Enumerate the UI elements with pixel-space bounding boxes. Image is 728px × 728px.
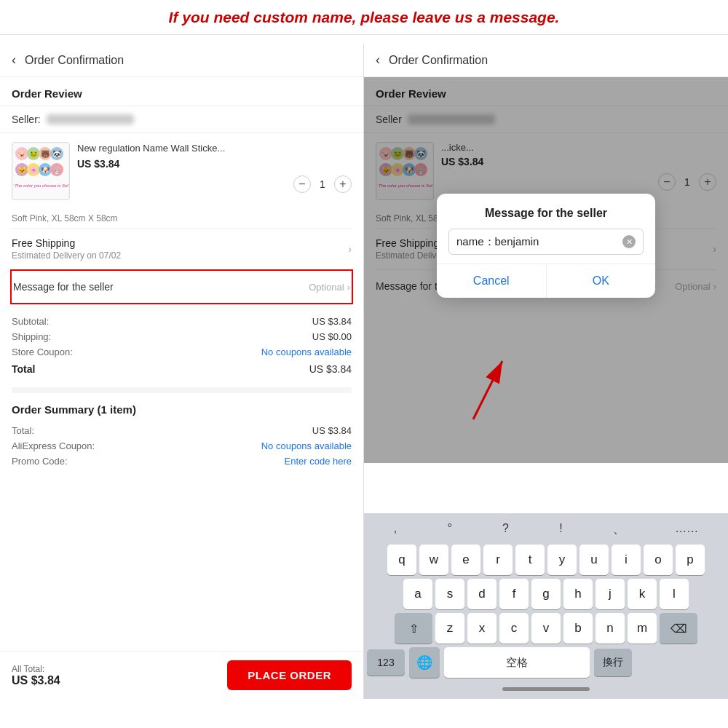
key-c[interactable]: c xyxy=(499,613,529,644)
left-price-summary: Subtotal: US $3.84 Shipping: US $0.00 St… xyxy=(12,304,352,387)
right-back-button[interactable]: ‹ xyxy=(376,52,380,68)
left-seller-label: Seller: xyxy=(12,114,41,125)
left-bottom-bar: All Total: US $3.84 PLACE ORDER xyxy=(0,651,363,699)
left-os-ae-coupon-label: AliExpress Coupon: xyxy=(12,440,95,451)
key-kana[interactable]: 換行 xyxy=(594,649,632,676)
svg-text:🐸: 🐸 xyxy=(29,149,39,159)
dialog-cancel-button[interactable]: Cancel xyxy=(437,264,547,298)
place-order-button[interactable]: PLACE ORDER xyxy=(227,660,352,690)
svg-text:Hello! The color you choose is: Hello! The color you choose is Soft Pink xyxy=(13,183,68,188)
key-question[interactable]: ? xyxy=(496,519,515,540)
key-comma[interactable]: , xyxy=(388,519,403,540)
home-indicator xyxy=(367,681,725,696)
dialog-input-wrap: ✕ xyxy=(448,229,644,255)
key-globe[interactable]: 🌐 xyxy=(409,647,440,678)
key-v[interactable]: v xyxy=(531,613,561,644)
left-os-total-label: Total: xyxy=(12,425,34,436)
left-shipping-title: Free Shipping xyxy=(12,237,121,249)
key-exclaim[interactable]: ! xyxy=(553,519,568,540)
key-q[interactable]: q xyxy=(387,545,416,575)
left-content: Order Review Seller: 🐷 🐸 xyxy=(0,77,363,651)
left-seller-row: Seller: xyxy=(12,106,352,132)
left-shipping-value: US $0.00 xyxy=(312,331,352,342)
qty-increase-btn[interactable]: + xyxy=(334,175,352,193)
key-a[interactable]: a xyxy=(403,579,432,609)
left-message-row[interactable]: Message for the seller Optional › xyxy=(10,269,353,304)
key-r[interactable]: r xyxy=(483,545,513,575)
left-variant-text: Soft Pink, XL 58cm X 58cm xyxy=(12,209,352,228)
svg-text:🌸: 🌸 xyxy=(29,165,39,175)
key-j[interactable]: j xyxy=(596,579,625,609)
key-space[interactable]: 空格 xyxy=(444,647,590,678)
left-back-button[interactable]: ‹ xyxy=(12,52,16,68)
key-degree[interactable]: ° xyxy=(441,519,457,540)
key-h[interactable]: h xyxy=(563,579,593,609)
key-p[interactable]: p xyxy=(676,545,705,575)
key-123[interactable]: 123 xyxy=(367,649,405,676)
left-total-value: US $3.84 xyxy=(309,363,352,375)
left-shipping-label: Shipping: xyxy=(12,331,51,342)
dialog-ok-button[interactable]: OK xyxy=(547,264,656,298)
keyboard-symbol-row: , ° ? ! 、 …… xyxy=(367,518,725,545)
key-m[interactable]: m xyxy=(628,613,657,644)
qty-decrease-btn[interactable]: − xyxy=(293,175,311,193)
svg-line-37 xyxy=(473,361,502,419)
home-bar xyxy=(502,687,590,691)
key-i[interactable]: i xyxy=(612,545,641,575)
left-qty-row: − 1 + xyxy=(77,175,352,193)
left-os-promo-label: Promo Code: xyxy=(12,456,68,467)
dialog-input-row: ✕ xyxy=(437,229,655,264)
left-seller-name-blur xyxy=(47,114,134,124)
dialog-clear-button[interactable]: ✕ xyxy=(622,235,636,248)
key-n[interactable]: n xyxy=(596,613,625,644)
key-k[interactable]: k xyxy=(628,579,657,609)
key-l[interactable]: l xyxy=(660,579,689,609)
left-os-aliexpress-coupon: AliExpress Coupon: No coupons available xyxy=(12,438,352,454)
key-x[interactable]: x xyxy=(467,613,496,644)
left-order-summary-title: Order Summary (1 item) xyxy=(12,403,352,416)
left-total-info: All Total: US $3.84 xyxy=(12,664,60,687)
left-os-total: Total: US $3.84 xyxy=(12,423,352,438)
keyboard-qwerty-row: q w e r t y u i o p xyxy=(367,545,725,575)
key-b[interactable]: b xyxy=(563,613,593,644)
key-d[interactable]: d xyxy=(467,579,496,609)
key-w[interactable]: w xyxy=(419,545,448,575)
dialog-actions: Cancel OK xyxy=(437,264,655,298)
qty-value: 1 xyxy=(317,178,328,190)
left-product-image: 🐷 🐸 🐻 🐼 🐱 🌸 🐶 xyxy=(12,142,70,200)
left-os-promo-value[interactable]: Enter code here xyxy=(284,456,352,467)
left-coupon-value: No coupons available xyxy=(261,347,352,357)
red-arrow-indicator xyxy=(459,347,546,434)
svg-text:🐷: 🐷 xyxy=(17,149,27,159)
key-ellipsis[interactable]: …… xyxy=(669,519,704,540)
key-t[interactable]: t xyxy=(515,545,545,575)
left-message-label: Message for the seller xyxy=(13,281,114,293)
right-nav-bar: ‹ Order Confirmation xyxy=(364,44,728,77)
shift-key[interactable]: ⇧ xyxy=(395,613,432,644)
dialog-input-field[interactable] xyxy=(456,236,622,248)
message-dialog: Message for the seller ✕ Cancel OK xyxy=(437,194,655,298)
key-e[interactable]: e xyxy=(451,545,480,575)
backspace-key[interactable]: ⌫ xyxy=(660,613,697,644)
top-banner-text: If you need custom name, please leave us… xyxy=(169,9,560,25)
left-shipping-row[interactable]: Free Shipping Estimated Delivery on 07/0… xyxy=(12,228,352,269)
key-f[interactable]: f xyxy=(499,579,529,609)
key-jp-comma[interactable]: 、 xyxy=(607,519,630,540)
key-z[interactable]: z xyxy=(435,613,464,644)
left-price-total: Total US $3.84 xyxy=(12,360,352,379)
right-nav-title: Order Confirmation xyxy=(389,54,488,67)
key-s[interactable]: s xyxy=(435,579,464,609)
key-y[interactable]: y xyxy=(547,545,577,575)
key-o[interactable]: o xyxy=(644,545,673,575)
keyboard-zxcv-row: ⇧ z x c v b n m ⌫ xyxy=(367,613,725,644)
left-os-ae-coupon-value: No coupons available xyxy=(261,440,352,451)
left-all-total-label: All Total: xyxy=(12,664,60,674)
dialog-title: Message for the seller xyxy=(437,194,655,229)
left-coupon-label: Store Coupon: xyxy=(12,347,73,357)
key-g[interactable]: g xyxy=(531,579,561,609)
left-product-price: US $3.84 xyxy=(77,158,352,170)
key-u[interactable]: u xyxy=(579,545,609,575)
left-price-coupon: Store Coupon: No coupons available xyxy=(12,344,352,360)
left-shipping-info: Free Shipping Estimated Delivery on 07/0… xyxy=(12,237,121,261)
left-shipping-chevron: › xyxy=(348,243,352,255)
